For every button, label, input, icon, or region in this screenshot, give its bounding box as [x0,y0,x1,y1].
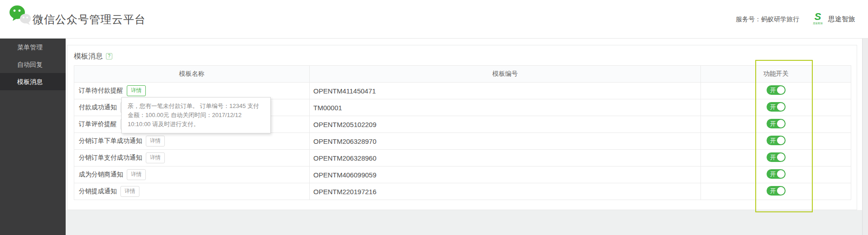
brand-name: 思途智旅 [828,15,855,24]
function-switch-toggle[interactable]: 开 [767,169,786,179]
column-header-template-code: 模板编号 [310,66,701,83]
function-switch-toggle[interactable]: 开 [767,186,786,196]
function-switch-toggle[interactable]: 开 [767,85,786,95]
detail-button[interactable]: 详情 [146,136,165,147]
column-header-function-switch: 功能开关 [701,66,851,83]
detail-button[interactable]: 详情 [127,169,146,180]
template-code: OPENTM206328970 [310,133,701,150]
page-bottom-background [66,210,868,235]
template-name: 分销订单下单成功通知 [79,137,142,144]
template-name: 订单待付款提醒 [79,87,123,94]
sidebar-item-auto-reply[interactable]: 自动回复 [0,56,66,73]
wechat-logo-icon [9,5,32,26]
sidebar-item-template-message[interactable]: 模板消息 [0,73,66,90]
service-account-label: 服务号：蚂蚁研学旅行 [736,15,799,24]
template-name: 分销提成通知 [79,187,117,195]
template-code: TM00001 [310,99,701,116]
help-icon[interactable]: ? [106,53,112,59]
function-switch-toggle[interactable]: 开 [767,119,786,128]
detail-button[interactable]: 详情 [146,152,165,163]
toggle-knob [777,153,785,162]
app-title: 微信公众号管理云平台 [33,0,146,39]
toggle-knob [777,119,785,128]
table-header-row: 模板名称 模板编号 功能开关 [74,66,851,83]
table-row: 分销订单下单成功通知详情 OPENTM206328970 开 [74,133,851,150]
table-row: 分销提成通知详情 OPENTM220197216 开 [74,183,851,200]
table-row: 成为分销商通知详情 OPENTM406099059 开 [74,166,851,183]
toggle-knob [777,170,785,178]
detail-button[interactable]: 详情 [120,186,139,197]
table-row: 订单待付款提醒详情 OPENTM411450471 开 [74,83,851,99]
template-name: 分销订单支付成功通知 [79,154,142,161]
vertical-scrollbar[interactable] [862,39,868,235]
toggle-knob [777,136,785,145]
sidebar-item-menu-management[interactable]: 菜单管理 [0,39,66,56]
column-header-template-name: 模板名称 [74,66,310,83]
page-title: 模板消息 [74,52,103,61]
template-code: OPENTM220197216 [310,183,701,200]
template-code: OPENTM411450471 [310,83,701,99]
template-code: OPENTM206328960 [310,150,701,166]
table-row: 分销订单支付成功通知详情 OPENTM206328960 开 [74,150,851,166]
template-preview-tooltip: 亲，您有一笔未付款订单。 订单编号：12345 支付金额：100.00元 自动关… [121,97,271,133]
template-code: OPENTM406099059 [310,166,701,183]
template-name: 付款成功通知 [79,103,117,111]
top-header: 微信公众号管理云平台 服务号：蚂蚁研学旅行 S 思途智旅 思途智旅 [0,0,868,39]
detail-button[interactable]: 详情 [127,85,146,96]
toggle-knob [777,103,785,111]
toggle-knob [777,186,785,195]
function-switch-toggle[interactable]: 开 [767,136,786,145]
header-right-group: 服务号：蚂蚁研学旅行 S 思途智旅 思途智旅 [736,0,855,39]
function-switch-toggle[interactable]: 开 [767,102,786,112]
template-name: 成为分销商通知 [79,171,123,178]
toggle-knob [777,86,785,94]
sidebar: 菜单管理 自动回复 模板消息 [0,39,66,235]
function-switch-toggle[interactable]: 开 [767,152,786,162]
brand-logo-icon: S 思途智旅 [811,12,825,27]
template-name: 订单评价提醒 [79,120,117,127]
template-code: OPENTM205102209 [310,116,701,133]
